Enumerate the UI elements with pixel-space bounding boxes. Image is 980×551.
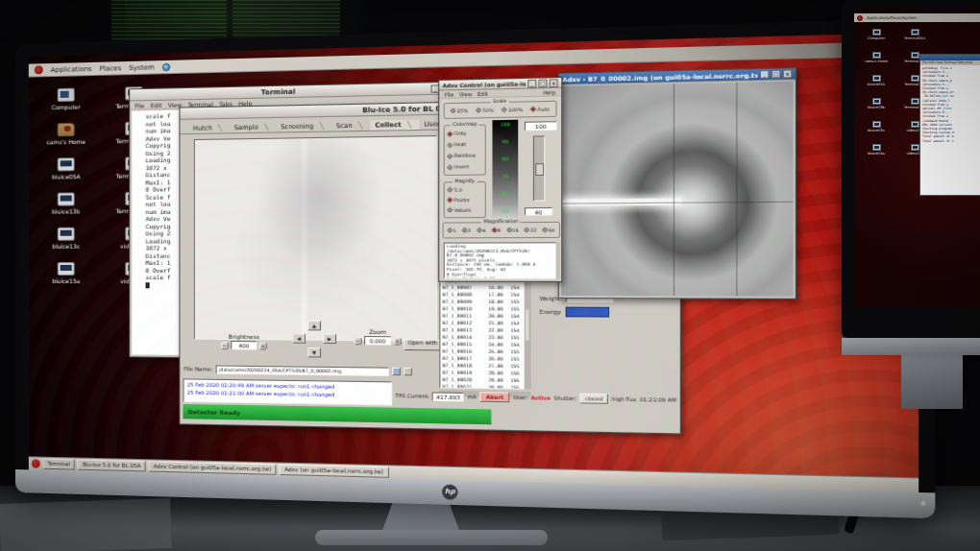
taskbar-window-button[interactable]: Adxv Control (on gui05a-local.nsrrc.org.… — [149, 461, 277, 475]
magnification-option[interactable]: 32 — [525, 228, 536, 232]
magnification-option[interactable]: 8 — [492, 228, 501, 232]
desktop-icon[interactable]: bluice13c — [858, 121, 894, 132]
close-button[interactable] — [550, 79, 558, 87]
magnify-option[interactable]: Values — [448, 207, 481, 213]
desktop-icon[interactable]: bluice13b — [37, 192, 96, 215]
file-action-button[interactable] — [404, 368, 412, 376]
help-menu-item[interactable]: Help — [543, 89, 555, 96]
scale-option[interactable]: 25% — [451, 108, 468, 113]
abort-button[interactable]: Abort — [479, 392, 510, 402]
arrow-down-button[interactable] — [307, 347, 321, 358]
magnification-group: Magnification 1248163264 — [443, 222, 560, 239]
redhat-taskbar-icon[interactable] — [32, 459, 40, 467]
desktop-icon[interactable]: bluice13b — [858, 98, 894, 109]
desktop-icon[interactable]: bluice13c — [37, 228, 96, 250]
magnify-group: Magnify 5.0PointsValues — [444, 181, 486, 218]
desktop-icon[interactable]: Computer — [858, 29, 894, 40]
adxv-image-window[interactable]: Adxv - B7_0_00002.img (on gui05a-local.n… — [558, 67, 796, 299]
desktop-icon[interactable]: bluice15a — [858, 144, 894, 156]
bluice-tab[interactable]: Sample — [229, 122, 276, 132]
desktop-icon[interactable]: Terminal05A — [896, 29, 933, 40]
maximize-button[interactable] — [539, 79, 548, 87]
redhat-menu-icon[interactable] — [857, 15, 863, 21]
menu-item[interactable]: File — [445, 91, 454, 98]
bluice-tab[interactable]: Scan — [331, 120, 371, 131]
image-info-log[interactable]: Loading/data/cams/20200224_05A/CPT520/B7… — [444, 242, 559, 278]
colormap-option[interactable]: Heat — [448, 142, 481, 148]
energy-field[interactable] — [565, 307, 608, 318]
bluice-tab[interactable]: Hutch — [188, 123, 230, 133]
file-name-field[interactable]: /data/cams/20200224_05A/CPT520/B7_0_0000… — [216, 365, 389, 376]
brightness-plus-button[interactable] — [259, 342, 267, 349]
level-high-field[interactable]: 100 — [525, 121, 557, 131]
panel-menu-item[interactable]: Applications — [867, 15, 890, 20]
desktop-icon[interactable]: Computer — [37, 87, 96, 110]
panel-menu-item[interactable]: Places — [890, 15, 902, 20]
sample-video-view[interactable] — [194, 135, 437, 342]
magnify-option[interactable]: 5.0 — [448, 187, 481, 193]
scale-option[interactable]: Auto — [531, 107, 550, 112]
scale-option[interactable]: 100% — [502, 107, 523, 112]
bluice-tab[interactable]: Collect — [370, 119, 419, 130]
frame-list[interactable]: B7_1_00006 15.00 154 B7_1_00007 16.00 15… — [439, 275, 525, 389]
brightness-value-field[interactable]: 400 — [231, 341, 257, 350]
message-log[interactable]: 25 Feb 2020 01:20:49 AM server expects: … — [184, 378, 393, 405]
magnification-option[interactable]: 16 — [507, 228, 519, 232]
minimize-button[interactable] — [760, 70, 769, 79]
secondary-terminal-window[interactable]: File Edit View Terminal Tabs Help puldeb… — [919, 54, 980, 196]
arrow-right-button[interactable] — [323, 334, 336, 345]
taskbar-window-button[interactable]: Blu-Ice 5.0 for BL 05A — [78, 460, 146, 472]
power-led[interactable] — [921, 501, 926, 506]
desktop-icon[interactable]: cams's Home — [37, 122, 96, 145]
brightness-minus-button[interactable] — [221, 341, 229, 348]
zoom-minus-button[interactable] — [354, 336, 362, 344]
shutter-toggle-button[interactable]: closed — [580, 394, 609, 404]
globe-icon[interactable] — [162, 62, 170, 70]
zoom-value-field[interactable]: 0.000 — [364, 336, 391, 346]
menu-item[interactable]: Edit — [478, 90, 488, 97]
colormap-option[interactable]: Invert — [448, 164, 481, 170]
contrast-slider[interactable] — [533, 135, 545, 201]
desktop-icon[interactable]: cams's Home — [858, 52, 894, 63]
menu-item[interactable]: View — [459, 90, 473, 97]
redhat-menu-icon[interactable] — [35, 65, 43, 74]
menu-item[interactable]: Edit — [151, 101, 162, 108]
panel-menu-item[interactable]: Places — [100, 64, 122, 73]
taskbar-window-button[interactable]: Adxv (on gui05a-local.nsrrc.org.tw) — [280, 465, 389, 478]
frame-list-scrollbar[interactable] — [525, 275, 531, 389]
info-scrollbar[interactable] — [556, 242, 561, 278]
desktop-icon[interactable]: bluice15a — [37, 262, 96, 284]
level-low-field[interactable]: 40 — [525, 207, 552, 216]
user-label: User: — [513, 395, 527, 401]
minimize-button[interactable] — [527, 79, 536, 87]
magnification-option[interactable]: 64 — [543, 228, 554, 232]
bluice-tab[interactable]: Screening — [276, 121, 331, 132]
scale-group: Scale 25%50%100%Auto — [444, 101, 557, 119]
taskbar-window-button[interactable]: Terminal — [43, 459, 75, 470]
magnify-option[interactable]: Points — [448, 197, 481, 203]
scale-option[interactable]: 50% — [477, 108, 494, 113]
desktop-icon[interactable]: bluice05A — [858, 75, 894, 86]
panel-menu-item[interactable]: System — [902, 15, 917, 20]
arrow-up-button[interactable] — [307, 321, 321, 330]
panel-menu-item[interactable]: System — [129, 63, 155, 72]
option-label: 8 — [498, 228, 501, 232]
magnification-option[interactable]: 1 — [448, 228, 456, 232]
colormap-option[interactable]: Rainbow — [448, 153, 481, 158]
slider-thumb[interactable] — [535, 163, 544, 176]
arrow-left-button[interactable] — [292, 333, 306, 343]
panel-menu-item[interactable]: Applications — [51, 64, 92, 73]
colormap-option[interactable]: Gray — [448, 131, 481, 136]
zoom-plus-button[interactable] — [393, 337, 402, 345]
file-browse-button[interactable] — [392, 368, 401, 375]
menu-item[interactable]: File — [135, 102, 144, 108]
desktop-icon[interactable]: bluice05A — [37, 157, 96, 180]
colorbar-tick-label: 60 — [502, 193, 509, 198]
magnification-option[interactable]: 2 — [462, 228, 471, 232]
maximize-button[interactable] — [772, 70, 780, 79]
terminal-menu[interactable]: File Edit View Terminal Tabs Help — [920, 60, 980, 65]
adxv-control-window[interactable]: Adxv Control (on gui05a-local.nsrrc.org.… — [438, 77, 562, 282]
magnification-option[interactable]: 4 — [478, 228, 486, 232]
close-button[interactable] — [783, 69, 793, 78]
diffraction-image[interactable] — [561, 81, 793, 296]
